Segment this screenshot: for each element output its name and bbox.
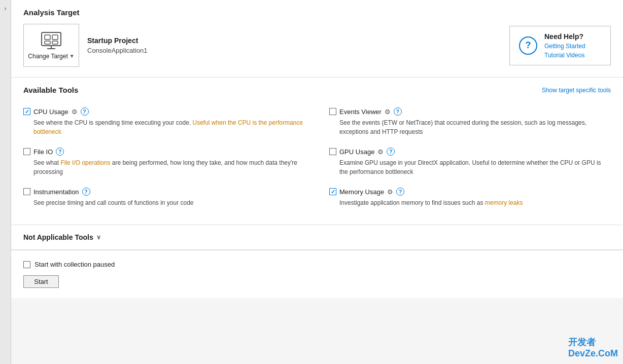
svg-rect-1 bbox=[45, 35, 50, 40]
gpu-usage-desc: Examine GPU usage in your DirectX applic… bbox=[329, 158, 611, 176]
tool-gpu-usage-header: GPU Usage ⚙ ? bbox=[329, 148, 611, 156]
tool-instrumentation: Instrumentation ? See precise timing and… bbox=[23, 184, 317, 214]
tool-gpu-usage: GPU Usage ⚙ ? Examine GPU usage in your … bbox=[317, 143, 611, 184]
start-button[interactable]: Start bbox=[23, 275, 59, 288]
tool-instrumentation-header: Instrumentation ? bbox=[23, 188, 309, 196]
svg-rect-4 bbox=[52, 41, 58, 44]
not-applicable-section: Not Applicable Tools ∨ bbox=[11, 225, 623, 250]
file-io-checkbox[interactable] bbox=[23, 148, 30, 155]
analysis-target-title: Analysis Target bbox=[23, 8, 611, 17]
startup-project-name: ConsoleApplication1 bbox=[87, 47, 148, 54]
target-left: Change Target ▼ Startup Project ConsoleA… bbox=[23, 24, 148, 67]
file-io-help-icon[interactable]: ? bbox=[56, 148, 64, 156]
cpu-usage-name: CPU Usage bbox=[33, 108, 68, 116]
svg-rect-2 bbox=[52, 35, 58, 40]
instrumentation-name: Instrumentation bbox=[33, 188, 79, 196]
getting-started-link[interactable]: Getting Started bbox=[544, 43, 585, 50]
file-io-desc: See what File I/O operations are being p… bbox=[23, 158, 309, 176]
analysis-target-section: Analysis Target bbox=[11, 0, 623, 78]
available-tools-section: Available Tools Show target specific too… bbox=[11, 78, 623, 225]
collection-label: Start with collection paused bbox=[34, 261, 115, 268]
cpu-usage-help-icon[interactable]: ? bbox=[81, 107, 89, 116]
target-row: Change Target ▼ Startup Project ConsoleA… bbox=[23, 24, 611, 67]
startup-project-title: Startup Project bbox=[87, 37, 148, 45]
memory-usage-help-icon[interactable]: ? bbox=[396, 188, 404, 196]
chevron-down-icon: ∨ bbox=[96, 234, 101, 241]
main-content: Analysis Target bbox=[11, 0, 623, 364]
show-target-specific-link[interactable]: Show target specific tools bbox=[542, 87, 611, 94]
collapse-arrow[interactable]: › bbox=[5, 5, 7, 12]
svg-rect-3 bbox=[45, 41, 50, 44]
not-applicable-title-text: Not Applicable Tools bbox=[23, 233, 93, 241]
help-text: Need Help? Getting Started Tutorial Vide… bbox=[544, 32, 585, 59]
tool-file-io: File IO ? See what File I/O operations a… bbox=[23, 143, 317, 184]
memory-usage-desc: Investigate application memory to find i… bbox=[329, 198, 611, 207]
left-bar: › bbox=[0, 0, 11, 364]
tool-events-viewer: Events Viewer ⚙ ? See the events (ETW or… bbox=[317, 103, 611, 143]
need-help-title: Need Help? bbox=[544, 32, 585, 41]
tool-events-viewer-header: Events Viewer ⚙ ? bbox=[329, 107, 611, 116]
bottom-section: Start with collection paused Start bbox=[11, 250, 623, 298]
instrumentation-checkbox[interactable] bbox=[23, 188, 30, 195]
collection-paused-checkbox[interactable] bbox=[23, 261, 30, 268]
memory-usage-name: Memory Usage bbox=[339, 188, 384, 196]
available-tools-title: Available Tools bbox=[23, 86, 78, 94]
gpu-usage-help-icon[interactable]: ? bbox=[387, 148, 395, 156]
instrumentation-desc: See precise timing and call counts of fu… bbox=[23, 198, 309, 207]
events-viewer-desc: See the events (ETW or NetTrace) that oc… bbox=[329, 118, 611, 136]
need-help-box: ? Need Help? Getting Started Tutorial Vi… bbox=[509, 26, 611, 65]
gpu-usage-gear-icon[interactable]: ⚙ bbox=[377, 148, 384, 156]
change-target-icon bbox=[41, 31, 62, 50]
gpu-usage-name: GPU Usage bbox=[339, 148, 374, 156]
events-viewer-help-icon[interactable]: ? bbox=[394, 107, 402, 116]
gpu-usage-checkbox[interactable] bbox=[329, 148, 336, 155]
not-applicable-title[interactable]: Not Applicable Tools ∨ bbox=[23, 233, 611, 241]
tool-file-io-header: File IO ? bbox=[23, 148, 309, 156]
tool-cpu-usage-header: CPU Usage ⚙ ? bbox=[23, 107, 309, 116]
tools-header: Available Tools Show target specific too… bbox=[23, 86, 611, 94]
tool-memory-usage-header: Memory Usage ⚙ ? bbox=[329, 188, 611, 196]
collection-row: Start with collection paused bbox=[23, 261, 611, 268]
change-target-label: Change Target ▼ bbox=[28, 53, 74, 60]
events-viewer-name: Events Viewer bbox=[339, 108, 382, 116]
tool-memory-usage: Memory Usage ⚙ ? Investigate application… bbox=[317, 184, 611, 214]
tools-grid: CPU Usage ⚙ ? See where the CPU is spend… bbox=[23, 103, 611, 214]
help-question-icon: ? bbox=[519, 37, 537, 55]
memory-usage-gear-icon[interactable]: ⚙ bbox=[387, 188, 393, 196]
tool-cpu-usage: CPU Usage ⚙ ? See where the CPU is spend… bbox=[23, 103, 317, 143]
events-viewer-checkbox[interactable] bbox=[329, 108, 336, 115]
events-viewer-gear-icon[interactable]: ⚙ bbox=[385, 108, 391, 116]
dropdown-arrow-icon: ▼ bbox=[70, 53, 75, 59]
cpu-usage-gear-icon[interactable]: ⚙ bbox=[72, 108, 78, 116]
change-target-button[interactable]: Change Target ▼ bbox=[23, 24, 79, 67]
instrumentation-help-icon[interactable]: ? bbox=[82, 188, 90, 196]
cpu-usage-desc: See where the CPU is spending time execu… bbox=[23, 118, 309, 136]
memory-usage-checkbox[interactable] bbox=[329, 188, 336, 195]
file-io-name: File IO bbox=[33, 148, 53, 156]
startup-info: Startup Project ConsoleApplication1 bbox=[87, 37, 148, 54]
tutorial-videos-link[interactable]: Tutorial Videos bbox=[544, 52, 585, 59]
cpu-usage-checkbox[interactable] bbox=[23, 108, 30, 115]
